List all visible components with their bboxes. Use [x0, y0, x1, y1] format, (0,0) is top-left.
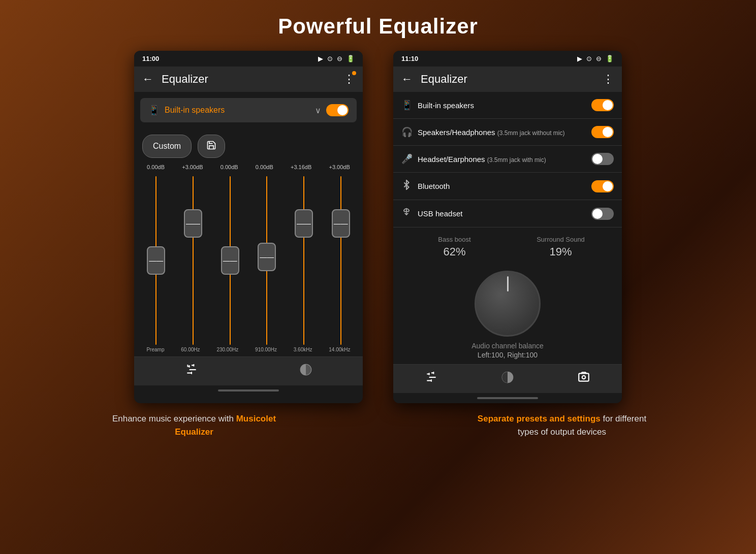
device-name-headphones: Speakers/Headphones (3.5mm jack without … [418, 128, 591, 137]
balance-nav-icon-2[interactable] [501, 371, 514, 387]
knob-label: Audio channel balance [471, 342, 544, 350]
eq-val-5: +3.00dB [329, 164, 350, 170]
phone-icon-2: 📱 [401, 100, 418, 111]
status-bar-1: 11:00 ▶ ⊙ ⊖ 🔋 [134, 51, 363, 67]
surround-value: 19% [508, 245, 614, 258]
bass-surround-row: Bass boost 62% Surround Sound 19% [393, 227, 622, 260]
musicolet-highlight: MusicoletEqualizer [175, 414, 276, 437]
freq-label-4: 3.60kHz [294, 347, 312, 352]
balance-knob[interactable] [475, 271, 541, 337]
device-name-builtin: Built-in speakers [418, 101, 591, 110]
device-name-earphones: Headset/Earphones (3.5mm jack with mic) [418, 155, 591, 164]
eq-val-2: 0.00dB [220, 164, 238, 170]
toggle-earphones[interactable] [591, 153, 614, 165]
toggle-usb[interactable] [591, 208, 614, 220]
home-bar-1 [218, 389, 279, 392]
bass-label: Bass boost [401, 236, 508, 243]
eq-val-1: +3.00dB [182, 164, 203, 170]
device-name-1: Built-in speakers [165, 106, 225, 115]
eq-slider-3[interactable]: — [249, 176, 285, 345]
eq-slider-4[interactable]: — [286, 176, 322, 345]
battery-icon-2: 🔋 [606, 55, 614, 62]
bluetooth-icon [401, 180, 418, 192]
app-title-2: Equalizer [421, 73, 594, 86]
device-text-builtin: Built-in speakers [418, 101, 591, 110]
orange-dot-1 [352, 71, 356, 75]
bottom-nav-2 [393, 364, 622, 393]
usb-icon [401, 207, 418, 220]
back-button-1[interactable]: ← [142, 73, 153, 86]
balance-nav-icon-1[interactable] [299, 363, 312, 379]
knob-area: Audio channel balance Left:100, Right:10… [393, 260, 622, 364]
screenshot-nav-icon[interactable] [577, 371, 590, 387]
toggle-bluetooth[interactable] [591, 180, 614, 192]
custom-preset-button[interactable]: Custom [142, 135, 192, 158]
eq-slider-5[interactable]: — [323, 176, 359, 345]
status-icons-2: ▶ ⊙ ⊖ 🔋 [577, 55, 614, 62]
preset-row-1: Custom [134, 128, 363, 162]
headset-icon: 🎤 [401, 153, 418, 165]
page-title: Powerful Equalizer [0, 0, 756, 51]
play-icon-1: ▶ [318, 55, 323, 62]
eq-val-4: +3.16dB [291, 164, 311, 170]
menu-button-2[interactable]: ⋮ [603, 73, 614, 86]
screen2-phone: 11:10 ▶ ⊙ ⊖ 🔋 ← Equalizer ⋮ 📱 Built-in s… [393, 51, 622, 403]
status-time-1: 11:00 [142, 55, 159, 62]
bass-value: 62% [401, 245, 508, 258]
freq-label-3: 910.00Hz [255, 347, 277, 352]
knob-indicator [507, 276, 509, 291]
app-bar-2: ← Equalizer ⋮ [393, 67, 622, 92]
status-icons-1: ▶ ⊙ ⊖ 🔋 [318, 55, 355, 62]
device-text-usb: USB headset [418, 209, 591, 218]
home-bar-2 [477, 397, 538, 399]
device-text-earphones: Headset/Earphones (3.5mm jack with mic) [418, 155, 591, 164]
eq-slider-2[interactable]: — [212, 176, 248, 345]
status-bar-2: 11:10 ▶ ⊙ ⊖ 🔋 [393, 51, 622, 67]
eq-nav-icon-1[interactable] [185, 363, 198, 379]
freq-label-5: 14.00kHz [329, 347, 350, 352]
headphone-icon: 🎧 [401, 126, 418, 138]
eq-nav-icon-2[interactable] [425, 371, 438, 387]
device-item-usb[interactable]: USB headset [393, 200, 622, 227]
menu-button-1[interactable]: ⋮ [343, 73, 355, 86]
surround-item: Surround Sound 19% [508, 236, 614, 258]
device-name-usb: USB headset [418, 209, 591, 218]
play-icon-2: ▶ [577, 55, 582, 62]
surround-label: Surround Sound [508, 236, 614, 243]
device-item-builtin[interactable]: 📱 Built-in speakers [393, 92, 622, 119]
device-text-headphones: Speakers/Headphones (3.5mm jack without … [418, 128, 591, 137]
device-toggle-1[interactable] [326, 104, 349, 116]
caption-left-text: Enhance music experience with MusicoletE… [20, 412, 368, 438]
eq-slider-1[interactable]: — [175, 176, 211, 345]
back-button-2[interactable]: ← [401, 73, 413, 86]
app-title-1: Equalizer [162, 73, 335, 86]
freq-label-0: Preamp [146, 347, 164, 352]
home-indicator-1 [134, 385, 363, 396]
svg-rect-17 [579, 373, 589, 381]
device-name-bluetooth: Bluetooth [418, 182, 591, 190]
device-selector-1[interactable]: 📱 Built-in speakers ∨ [140, 98, 357, 122]
freq-labels-1: Preamp 60.00Hz 230.00Hz 910.00Hz 3.60kHz… [134, 345, 363, 356]
eq-values-1: 0.00dB +3.00dB 0.00dB 0.00dB +3.16dB +3.… [134, 162, 363, 172]
captions: Enhance music experience with MusicoletE… [0, 403, 756, 438]
eq-sliders-area: — — — [134, 172, 363, 345]
device-left-1: 📱 Built-in speakers [148, 105, 225, 116]
save-preset-button[interactable] [198, 135, 225, 158]
record-icon-2: ⊙ [586, 55, 592, 62]
eq-val-3: 0.00dB [256, 164, 273, 170]
record-icon-1: ⊙ [327, 55, 333, 62]
status-time-2: 11:10 [401, 55, 418, 62]
device-right-1: ∨ [315, 104, 349, 116]
toggle-builtin[interactable] [591, 99, 614, 111]
toggle-headphones[interactable] [591, 126, 614, 138]
minus-circle-icon-1: ⊖ [337, 55, 342, 62]
bass-boost-item: Bass boost 62% [401, 236, 508, 258]
eq-slider-0[interactable]: — [138, 176, 174, 345]
device-item-earphones[interactable]: 🎤 Headset/Earphones (3.5mm jack with mic… [393, 146, 622, 173]
device-item-bluetooth[interactable]: Bluetooth [393, 173, 622, 200]
device-text-bluetooth: Bluetooth [418, 182, 591, 190]
device-item-headphones[interactable]: 🎧 Speakers/Headphones (3.5mm jack withou… [393, 119, 622, 146]
screens-container: 11:00 ▶ ⊙ ⊖ 🔋 ← Equalizer ⋮ 📱 Built-in s… [0, 51, 756, 403]
knob-value: Left:100, Right:100 [478, 351, 538, 359]
battery-icon-1: 🔋 [346, 55, 355, 62]
